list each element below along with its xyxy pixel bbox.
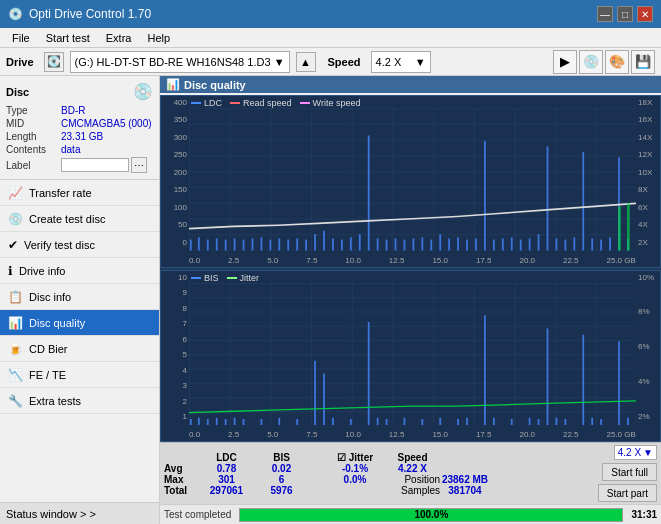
- start-part-button[interactable]: Start part: [598, 484, 657, 502]
- svg-rect-78: [511, 419, 513, 425]
- svg-rect-83: [564, 419, 566, 425]
- start-full-button[interactable]: Start full: [602, 463, 657, 481]
- fe-te-icon: 📉: [8, 368, 23, 382]
- svg-rect-0: [189, 108, 636, 251]
- menu-help[interactable]: Help: [139, 30, 178, 46]
- chart-svg-2: [189, 283, 636, 426]
- status-window[interactable]: Status window > >: [0, 502, 159, 524]
- disc-label-input[interactable]: [61, 158, 129, 172]
- stats-bottom-area: LDC BIS ☑ Jitter Speed Avg 0.78 0.02: [160, 442, 661, 524]
- sidebar-item-cd-bier[interactable]: 🍺 CD Bier: [0, 336, 159, 362]
- jitter-label: Jitter: [240, 273, 260, 283]
- progress-row: Test completed 100.0% 31:31: [160, 504, 661, 524]
- svg-rect-59: [234, 417, 236, 425]
- legend-jitter: Jitter: [227, 273, 260, 283]
- app-title-bar: 💿 Opti Drive Control 1.70: [8, 7, 151, 21]
- chart-legend-2: BIS Jitter: [191, 273, 259, 283]
- sidebar-item-label-create-test-disc: Create test disc: [29, 213, 105, 225]
- menu-file[interactable]: File: [4, 30, 38, 46]
- svg-rect-44: [573, 237, 575, 250]
- progress-bar-container: 100.0%: [239, 508, 623, 522]
- svg-rect-15: [314, 234, 316, 250]
- svg-rect-4: [216, 238, 218, 250]
- drive-action-icon[interactable]: ▲: [296, 52, 316, 72]
- sidebar-item-label-disc-info: Disc info: [29, 291, 71, 303]
- x-axis-2: 0.0 2.5 5.0 7.5 10.0 12.5 15.0 17.5 20.0…: [189, 430, 636, 439]
- svg-rect-21: [368, 135, 370, 250]
- svg-rect-22: [377, 238, 379, 250]
- max-ldc: 301: [199, 474, 254, 485]
- svg-rect-70: [386, 419, 388, 425]
- col-header-speed: Speed: [385, 452, 440, 463]
- sidebar: Disc 💿 Type BD-R MID CMCMAGBA5 (000) Len…: [0, 76, 160, 524]
- create-test-disc-icon: 💿: [8, 212, 23, 226]
- disc-label-btn[interactable]: ⋯: [131, 157, 147, 173]
- close-button[interactable]: ✕: [637, 6, 653, 22]
- max-jitter: 0.0%: [325, 474, 385, 485]
- sidebar-item-drive-info[interactable]: ℹ Drive info: [0, 258, 159, 284]
- col-header-bis: BIS: [254, 452, 309, 463]
- ldc-label: LDC: [204, 98, 222, 108]
- svg-rect-42: [556, 238, 558, 250]
- svg-rect-57: [216, 417, 218, 425]
- toolbar-icon-play[interactable]: ▶: [553, 50, 577, 74]
- drive-eject-icon[interactable]: 💽: [44, 52, 64, 72]
- sidebar-item-disc-quality[interactable]: 📊 Disc quality: [0, 310, 159, 336]
- drive-label: Drive: [6, 56, 34, 68]
- app-icon: 💿: [8, 7, 23, 21]
- main-layout: Disc 💿 Type BD-R MID CMCMAGBA5 (000) Len…: [0, 76, 661, 524]
- svg-rect-56: [207, 419, 209, 425]
- transfer-rate-icon: 📈: [8, 186, 23, 200]
- sidebar-item-transfer-rate[interactable]: 📈 Transfer rate: [0, 180, 159, 206]
- svg-rect-33: [475, 238, 477, 250]
- titlebar: 💿 Opti Drive Control 1.70 — □ ✕: [0, 0, 661, 28]
- svg-rect-3: [207, 240, 209, 251]
- svg-rect-30: [448, 238, 450, 250]
- toolbar-icon-disc[interactable]: 💿: [579, 50, 603, 74]
- extra-tests-icon: 🔧: [8, 394, 23, 408]
- svg-rect-6: [234, 238, 236, 250]
- avg-label: Avg: [164, 463, 199, 474]
- sidebar-item-disc-info[interactable]: 📋 Disc info: [0, 284, 159, 310]
- total-ldc: 297061: [199, 485, 254, 496]
- avg-ldc: 0.78: [199, 463, 254, 474]
- bis-label: BIS: [204, 273, 219, 283]
- svg-rect-9: [261, 237, 263, 250]
- drive-select[interactable]: (G:) HL-DT-ST BD-RE WH16NS48 1.D3 ▼: [70, 51, 290, 73]
- total-label: Total: [164, 485, 199, 496]
- progress-status: Test completed: [164, 509, 231, 520]
- sidebar-item-extra-tests[interactable]: 🔧 Extra tests: [0, 388, 159, 414]
- disc-length-label: Length: [6, 131, 61, 142]
- svg-rect-87: [618, 341, 620, 425]
- sidebar-item-create-test-disc[interactable]: 💿 Create test disc: [0, 206, 159, 232]
- menu-extra[interactable]: Extra: [98, 30, 140, 46]
- svg-rect-64: [314, 360, 316, 425]
- disc-contents-label: Contents: [6, 144, 61, 155]
- legend-ldc: LDC: [191, 98, 222, 108]
- svg-rect-18: [341, 240, 343, 251]
- disc-icon: 💿: [133, 82, 153, 101]
- menu-start-test[interactable]: Start test: [38, 30, 98, 46]
- svg-rect-71: [404, 417, 406, 425]
- minimize-button[interactable]: —: [597, 6, 613, 22]
- maximize-button[interactable]: □: [617, 6, 633, 22]
- svg-rect-24: [395, 238, 397, 250]
- stats-row-total: Total 297061 5976 Samples 381704: [164, 485, 490, 496]
- app-title: Opti Drive Control 1.70: [29, 7, 151, 21]
- toolbar-icon-color[interactable]: 🎨: [605, 50, 629, 74]
- chart-ldc: LDC Read speed Write speed 400 350 300: [160, 95, 661, 268]
- sidebar-item-label-extra-tests: Extra tests: [29, 395, 81, 407]
- svg-rect-67: [350, 419, 352, 425]
- speed-dropdown[interactable]: 4.2 X ▼: [614, 445, 657, 460]
- svg-rect-69: [377, 417, 379, 425]
- svg-rect-37: [511, 237, 513, 250]
- svg-rect-16: [323, 231, 325, 251]
- svg-rect-66: [332, 417, 334, 425]
- svg-rect-28: [430, 240, 432, 251]
- sidebar-item-label-drive-info: Drive info: [19, 265, 65, 277]
- speed-select[interactable]: 4.2 X ▼: [371, 51, 431, 73]
- sidebar-item-verify-test-disc[interactable]: ✔ Verify test disc: [0, 232, 159, 258]
- sidebar-item-fe-te[interactable]: 📉 FE / TE: [0, 362, 159, 388]
- toolbar-icon-save[interactable]: 💾: [631, 50, 655, 74]
- svg-rect-43: [564, 240, 566, 251]
